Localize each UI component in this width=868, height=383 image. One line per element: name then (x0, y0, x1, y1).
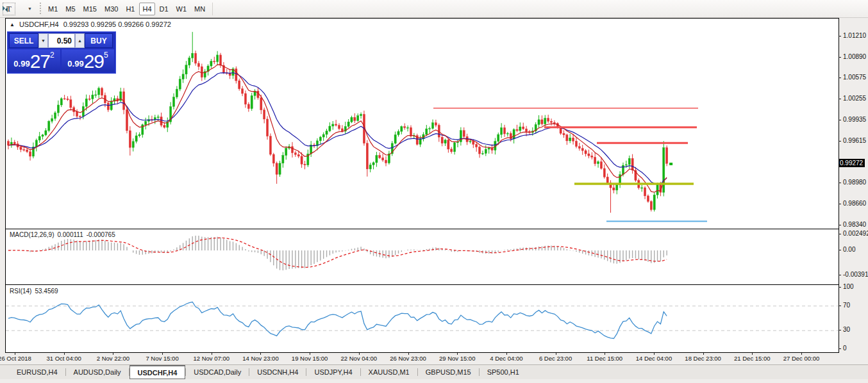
chart-tab-usdcad[interactable]: USDCAD,Daily (186, 365, 249, 379)
rsi-title: RSI(14) (10, 288, 31, 295)
chart-tab-usdcnh[interactable]: USDCNH,H4 (249, 365, 306, 379)
terminal-window: T ▼ M1M5M15M30H1H4D1W1MN ▲ USDCHF,H4 0.9… (0, 0, 868, 383)
chart-tab-usdjpy[interactable]: USDJPY,H4 (306, 365, 360, 379)
price-tick: 1.00575 (843, 74, 866, 81)
timeframe-toolbar: M1M5M15M30H1H4D1W1MN (44, 3, 209, 15)
volume-decrease-button[interactable]: ▼ (38, 33, 48, 48)
rsi-value: 53.4569 (35, 288, 58, 295)
axis-tick (839, 57, 841, 58)
time-label: 27 Dec 00:00 (772, 355, 830, 362)
price-tick: 0.99615 (843, 137, 866, 144)
timeframe-button-m5[interactable]: M5 (62, 3, 78, 15)
rsi-tick: 30 (843, 326, 850, 333)
price-axis[interactable]: 1.012101.008901.005751.002550.999350.996… (839, 18, 868, 364)
volume-increase-button[interactable]: ▲ (75, 33, 85, 48)
rsi-label: RSI(14) 53.4569 (10, 288, 58, 295)
buy-price-prefix: 0.99 (67, 58, 83, 70)
chart-symbol-period: USDCHF,H4 (19, 20, 59, 28)
chart-tab-gbpusd[interactable]: GBPUSD,M15 (418, 365, 479, 379)
timeframe-button-m15[interactable]: M15 (80, 3, 100, 15)
macd-value-main: 0.000111 (57, 231, 83, 238)
rsi-indicator-panel[interactable] (6, 286, 839, 352)
toolbar-drag-handle[interactable] (38, 3, 42, 15)
axis-tick (839, 250, 841, 250)
objects-tool-button[interactable]: ▼ (22, 3, 35, 15)
rsi-tick: 70 (843, 302, 850, 309)
macd-signal-line (8, 238, 667, 267)
panel-separator[interactable] (6, 229, 839, 229)
chart-tab-audusd[interactable]: AUDUSD,Daily (66, 365, 129, 379)
axis-tick (839, 306, 841, 306)
macd-title: MACD(12,26,9) (10, 231, 54, 238)
volume-input[interactable]: 0.50 (48, 33, 75, 48)
chart-header: ▲ USDCHF,H4 0.99293 0.99295 0.99266 0.99… (10, 20, 171, 28)
timeframe-button-h1[interactable]: H1 (122, 3, 138, 15)
price-tick: 1.00255 (843, 95, 866, 102)
buy-price-display[interactable]: 0.99 29 5 (62, 49, 114, 72)
buy-price-sup: 5 (104, 52, 108, 58)
sell-price-sup: 2 (50, 52, 54, 58)
chart-tab-sp500[interactable]: SP500,H1 (480, 365, 527, 379)
price-tick: 1.00890 (843, 53, 866, 60)
sell-price-display[interactable]: 0.99 27 2 (8, 49, 60, 72)
chart-tab-usdchf[interactable]: USDCHF,H4 (129, 365, 186, 379)
chart-frame: ▲ USDCHF,H4 0.99293 0.99295 0.99266 0.99… (5, 18, 839, 353)
collapse-panel-arrow-icon[interactable]: ▲ (10, 22, 15, 28)
ma-slow-line (8, 73, 667, 185)
timeframe-button-h4[interactable]: H4 (139, 3, 154, 15)
timeframe-button-mn[interactable]: MN (191, 3, 208, 15)
rsi-tick: 100 (843, 283, 854, 290)
sell-button[interactable]: SELL (9, 33, 38, 48)
dropdown-caret-icon: ▼ (28, 6, 32, 11)
macd-tick: -0.003913 (843, 271, 868, 278)
price-tick: 0.98980 (843, 179, 866, 186)
current-price-tag: 0.99272 (839, 159, 865, 167)
macd-tick: 0.00 (843, 246, 855, 253)
axis-tick (839, 204, 841, 204)
chart-ohlc-values: 0.99293 0.99295 0.99266 0.99272 (63, 20, 171, 28)
toolbar-separator (212, 3, 213, 15)
axis-tick (839, 141, 841, 142)
axis-tick (839, 287, 841, 288)
rsi-line (8, 302, 667, 339)
chart-tab-eurusd[interactable]: EURUSD,H4 (9, 365, 65, 379)
rsi-tick: 0 (843, 345, 847, 352)
chart-tabs-bar: EURUSD,H4AUDUSD,DailyUSDCHF,H4USDCAD,Dai… (0, 364, 868, 379)
top-toolbar: T ▼ M1M5M15M30H1H4D1W1MN (0, 0, 868, 18)
macd-label: MACD(12,26,9) 0.000111 -0.000765 (10, 231, 115, 238)
sell-price-big: 27 (30, 53, 50, 70)
objects-tool-icon (0, 4, 10, 13)
chart-tab-xauusd[interactable]: XAUUSD,M1 (361, 365, 417, 379)
timeframe-button-w1[interactable]: W1 (173, 3, 190, 15)
current-price-marker (669, 163, 672, 165)
macd-value-signal: -0.000765 (87, 231, 115, 238)
axis-tick (839, 225, 841, 225)
price-tick: 0.98340 (843, 221, 866, 228)
price-tick: 0.99935 (843, 116, 866, 123)
axis-tick (839, 36, 841, 37)
price-tick: 1.01210 (843, 32, 866, 39)
macd-tick: 0.002492 (843, 230, 868, 237)
timeframe-button-d1[interactable]: D1 (156, 3, 172, 15)
buy-price-big: 29 (84, 53, 104, 70)
timeframe-button-m1[interactable]: M1 (45, 3, 61, 15)
timeframe-button-m30[interactable]: M30 (101, 3, 121, 15)
buy-button[interactable]: BUY (85, 33, 113, 48)
one-click-trading-panel: SELL ▼ 0.50 ▲ BUY 0.99 27 2 0.99 29 5 (7, 31, 116, 74)
status-strip (0, 379, 868, 383)
macd-indicator-panel[interactable] (6, 230, 839, 284)
axis-tick (839, 330, 841, 330)
time-axis[interactable]: 26 Oct 201831 Oct 04:002 Nov 22:007 Nov … (5, 353, 838, 364)
main-price-chart[interactable] (6, 19, 839, 228)
axis-tick (839, 348, 841, 349)
axis-tick (839, 234, 841, 234)
sell-price-prefix: 0.99 (13, 58, 29, 70)
axis-tick (839, 99, 841, 99)
axis-tick (839, 77, 841, 78)
axis-tick (839, 120, 841, 120)
ma-fast-line (8, 65, 667, 192)
axis-tick (839, 275, 841, 275)
axis-tick (839, 183, 841, 183)
panel-separator[interactable] (6, 284, 839, 285)
price-tick: 0.98660 (843, 200, 866, 207)
